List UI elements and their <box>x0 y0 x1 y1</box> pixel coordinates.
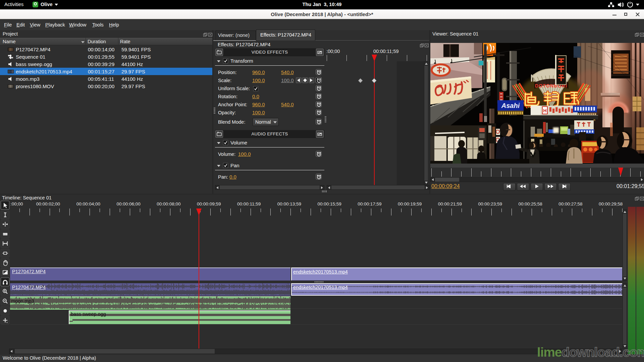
svg-text:H: H <box>543 108 546 113</box>
svg-text:Asahi: Asahi <box>501 102 520 109</box>
